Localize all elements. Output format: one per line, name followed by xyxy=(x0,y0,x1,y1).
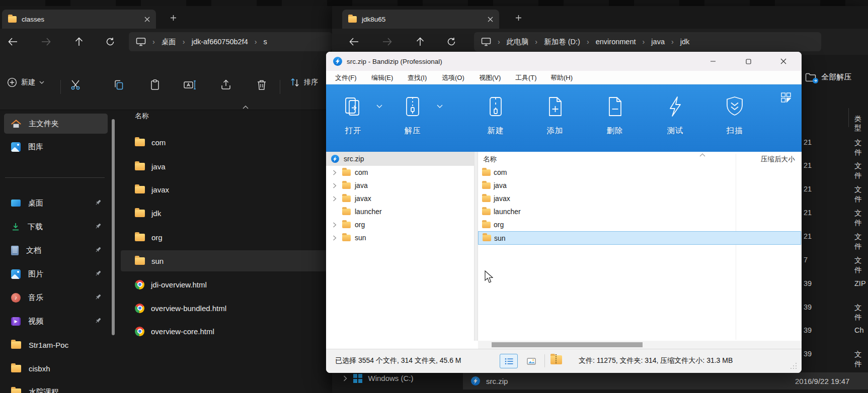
file-row[interactable]: overview-bundled.html xyxy=(121,298,330,319)
archive-row-sun-selected[interactable]: sun xyxy=(478,231,801,245)
file-row[interactable]: com xyxy=(121,132,330,153)
expand-chevron-icon[interactable] xyxy=(331,235,338,241)
back-icon[interactable] xyxy=(3,33,22,50)
file-row-peek[interactable]: 39 文件 xyxy=(802,350,868,365)
refresh-icon[interactable] xyxy=(101,33,120,50)
extract-all-button[interactable]: 全部解压 xyxy=(805,72,851,82)
archive-row-com[interactable]: com xyxy=(478,166,801,179)
sidebar-item-shuiyuan[interactable]: 水院课程 xyxy=(4,382,108,393)
file-row-sun[interactable]: sun xyxy=(121,250,329,271)
menu-find[interactable]: 查找(I) xyxy=(405,71,430,84)
up-icon[interactable] xyxy=(69,33,89,50)
file-row-peek[interactable]: 21 文件 xyxy=(802,232,868,247)
resize-grip[interactable] xyxy=(790,362,797,369)
file-row[interactable]: java xyxy=(121,156,330,177)
paste-icon[interactable] xyxy=(149,79,161,91)
pane-splitter[interactable] xyxy=(474,152,478,341)
sidebar-item-music[interactable]: 音乐 xyxy=(4,287,108,308)
sidebar-item-documents[interactable]: 文档 xyxy=(4,240,108,260)
horizontal-scrollbar[interactable] xyxy=(478,341,802,349)
file-row-peek[interactable]: 21 文件 xyxy=(802,185,868,200)
refresh-icon[interactable] xyxy=(442,33,461,50)
share-icon[interactable] xyxy=(220,79,232,91)
sidebar-item-videos[interactable]: 视频 xyxy=(4,311,108,331)
archive-row-org[interactable]: org xyxy=(478,218,801,231)
column-header-type[interactable]: 类型 xyxy=(854,115,868,133)
scrollbar-thumb[interactable] xyxy=(492,342,643,347)
up-icon[interactable] xyxy=(411,33,430,50)
breadcrumb-item-this-pc[interactable]: 此电脑 xyxy=(507,37,529,47)
close-tab-icon[interactable] xyxy=(144,17,150,22)
this-pc-icon[interactable] xyxy=(481,37,491,46)
rename-icon[interactable] xyxy=(183,79,196,91)
file-row-peek[interactable]: 39 Ch xyxy=(802,326,868,341)
breadcrumb-item-java[interactable]: java xyxy=(651,38,665,46)
breadcrumb-item-volume-d[interactable]: 新加卷 (D:) xyxy=(544,37,580,47)
breadcrumb-item-desktop[interactable]: 桌面 xyxy=(162,37,176,47)
sidebar-item-pictures[interactable]: 图片 xyxy=(4,264,108,284)
menu-help[interactable]: 帮助(H) xyxy=(547,71,576,84)
forward-icon[interactable] xyxy=(36,33,55,50)
sidebar-item-downloads[interactable]: 下载 xyxy=(4,217,108,237)
copy-icon[interactable] xyxy=(113,79,125,91)
file-row-peek[interactable]: 39 ZIP xyxy=(802,279,868,294)
archive-row-javax[interactable]: javax xyxy=(478,192,801,205)
tab-jdk8u65[interactable]: jdk8u65 xyxy=(342,10,499,29)
tree-item-launcher[interactable]: launcher xyxy=(326,205,474,218)
file-row-peek[interactable]: 21 文件 xyxy=(802,138,868,153)
sidebar-item-home[interactable]: 主文件夹 xyxy=(4,114,108,134)
cut-icon[interactable] xyxy=(70,79,83,91)
menu-edit[interactable]: 编辑(E) xyxy=(368,71,396,84)
sidebar-scrollbar[interactable] xyxy=(112,119,115,335)
new-button[interactable]: 新建 xyxy=(7,77,44,87)
new-tab-icon[interactable] xyxy=(515,15,522,21)
back-icon[interactable] xyxy=(344,33,363,50)
file-row-peek[interactable]: 21 文件 xyxy=(802,209,868,224)
tab-classes[interactable]: classes xyxy=(2,10,156,29)
tree-item-java[interactable]: java xyxy=(326,179,474,192)
file-row-peek[interactable]: 21 文件 xyxy=(802,161,868,176)
expand-chevron-icon[interactable] xyxy=(331,183,338,188)
file-row-peek[interactable]: 7 文件 xyxy=(802,256,868,271)
sidebar-item-gallery[interactable]: 图库 xyxy=(4,137,108,157)
tree-item-com[interactable]: com xyxy=(326,166,474,179)
file-row[interactable]: jdk xyxy=(121,203,330,224)
file-row-peek[interactable]: 39 文件 xyxy=(802,303,868,318)
expand-chevron-icon[interactable] xyxy=(331,196,338,202)
zip-folder-icon[interactable] xyxy=(550,355,562,366)
sort-button[interactable]: 排序 xyxy=(290,77,318,87)
breadcrumb-item-partial[interactable]: s xyxy=(264,38,267,46)
extract-button[interactable]: 解压 xyxy=(389,95,436,136)
expand-chevron-icon[interactable] xyxy=(331,222,338,228)
menu-file[interactable]: 文件(F) xyxy=(332,71,360,84)
minimize-button[interactable] xyxy=(701,52,725,71)
title-bar[interactable]: src.zip - Bandizip (Professional) xyxy=(326,52,802,71)
file-row-srczip[interactable]: src.zip 2016/9/22 19:47 ZIP xyxy=(463,372,868,389)
tree-item-javax[interactable]: javax xyxy=(326,192,474,205)
tree-item-org[interactable]: org xyxy=(326,218,474,231)
forward-icon[interactable] xyxy=(377,33,397,50)
test-button[interactable]: 测试 xyxy=(652,95,698,136)
add-button[interactable]: 添加 xyxy=(532,95,578,136)
chevron-down-icon[interactable] xyxy=(376,105,382,108)
sidebar-item-desktop[interactable]: 桌面 xyxy=(4,193,108,213)
breadcrumb-item-jdk[interactable]: jdk xyxy=(680,38,690,46)
close-tab-icon[interactable] xyxy=(488,17,493,22)
thumbnail-view-button[interactable] xyxy=(523,354,539,368)
tree-root-srczip[interactable]: src.zip xyxy=(326,152,474,166)
delete-button[interactable]: 删除 xyxy=(592,95,638,136)
details-view-button[interactable] xyxy=(500,354,518,368)
breadcrumb-item-environment[interactable]: environment xyxy=(596,38,636,46)
delete-icon[interactable] xyxy=(256,79,268,91)
new-archive-button[interactable]: 新建 xyxy=(472,95,519,136)
customize-toolbar-icon[interactable] xyxy=(781,92,791,103)
archive-row-java[interactable]: java xyxy=(478,179,801,192)
open-button[interactable]: 打开 xyxy=(330,95,376,136)
menu-tools[interactable]: 工具(T) xyxy=(512,71,540,84)
tree-item-windows-c[interactable]: Windows (C:) xyxy=(343,374,414,383)
menu-view[interactable]: 视图(V) xyxy=(476,71,504,84)
sidebar-item-str1am-poc[interactable]: Str1am-Poc xyxy=(4,335,108,355)
chevron-down-icon[interactable] xyxy=(437,105,443,108)
sidebar-item-cisbxh[interactable]: cisbxh xyxy=(4,358,108,378)
file-row[interactable]: org xyxy=(121,227,330,248)
